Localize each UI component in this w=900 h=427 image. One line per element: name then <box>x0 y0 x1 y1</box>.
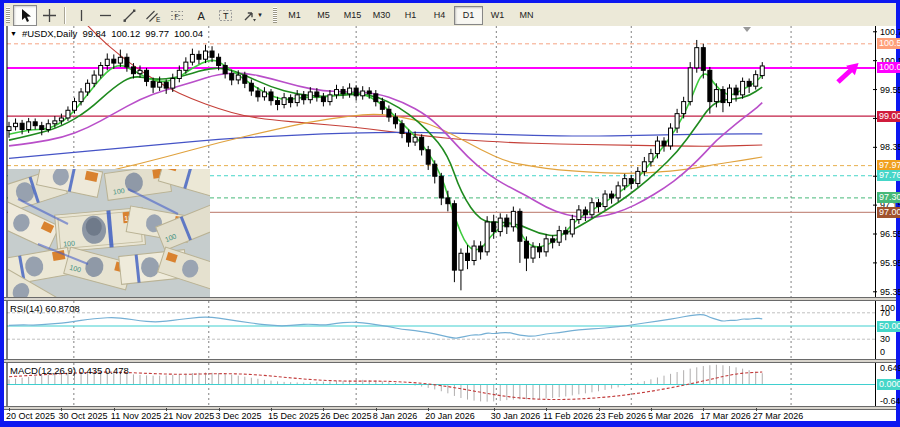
price-tick: 95.95 <box>880 258 900 268</box>
ohlc-high: 100.12 <box>111 28 140 39</box>
dropdown-caret-icon: ▾ <box>258 11 262 19</box>
arrows-tool[interactable]: ▾ <box>237 5 267 26</box>
rsi-pane[interactable]: RSI(14) 60.8708 <box>4 301 878 359</box>
timeframe-h1[interactable]: H1 <box>396 6 425 25</box>
macd-tick: -0.643 <box>880 396 900 406</box>
ohlc-close: 100.04 <box>174 28 203 39</box>
price-level-badge: 97.00 <box>877 207 900 218</box>
time-tick-label: 27 Mar 2026 <box>753 411 804 421</box>
symbol-dropdown-icon[interactable]: ▼ <box>10 30 17 37</box>
svg-text:F: F <box>175 12 179 19</box>
text-tool[interactable]: A <box>189 5 213 26</box>
time-tick-label: 21 Nov 2025 <box>163 411 214 421</box>
price-tick: 100.75 <box>880 27 900 37</box>
price-tick: 96.55 <box>880 229 900 239</box>
symbol-ohlc-line: ▼ #USDX,Daily 99.84 100.12 99.77 100.04 <box>10 28 203 39</box>
price-level-badge: 100.50 <box>877 38 900 49</box>
cursor-tool[interactable] <box>13 5 37 26</box>
time-tick-label: 30 Oct 2025 <box>58 411 107 421</box>
macd-tick: 0.649 <box>880 363 900 373</box>
time-tick-label: 11 Feb 2026 <box>543 411 593 421</box>
timeframe-toolbar-grip[interactable] <box>273 7 277 23</box>
drawing-tools-group: EFAT▾ <box>13 5 267 26</box>
timeframe-m15[interactable]: M15 <box>338 6 367 25</box>
time-tick-label: 8 Jan 2026 <box>373 411 418 421</box>
price-axis[interactable]: 100.75100.1599.5598.9598.3597.7597.1596.… <box>878 26 896 406</box>
time-tick-label: 15 Dec 2025 <box>268 411 319 421</box>
timeframe-mn[interactable]: MN <box>512 6 541 25</box>
time-tick-label: 26 Dec 2025 <box>320 411 371 421</box>
time-tick-label: 17 Mar 2026 <box>700 411 751 421</box>
time-axis[interactable]: 20 Oct 202530 Oct 202511 Nov 202521 Nov … <box>4 410 896 421</box>
price-tick: 95.35 <box>880 287 900 297</box>
toolbar-grip[interactable] <box>6 7 10 23</box>
timeframe-m1[interactable]: M1 <box>280 6 309 25</box>
svg-text:A: A <box>197 9 205 21</box>
rsi-plot[interactable] <box>4 301 878 359</box>
price-tick: 98.35 <box>880 142 900 152</box>
price-level-badge: 50.0000 <box>877 321 900 332</box>
timeframe-m5[interactable]: M5 <box>309 6 338 25</box>
time-tick-label: 20 Oct 2025 <box>6 411 55 421</box>
ohlc-open: 99.84 <box>82 28 106 39</box>
toolbar: EFAT▾ M1M5M15M30H1H4D1W1MN <box>4 3 896 27</box>
time-tick-label: 5 Mar 2026 <box>648 411 694 421</box>
vertical-line-tool[interactable] <box>69 5 93 26</box>
macd-pane[interactable]: MACD(12,26,9) 0.435 0.478 <box>4 363 878 406</box>
time-tick-label: 30 Jan 2026 <box>491 411 541 421</box>
dollar-bills-photo: 100 100100 100 100 <box>8 169 210 297</box>
macd-plot[interactable] <box>4 363 878 406</box>
rsi-tick: 30 <box>880 334 890 344</box>
horizontal-line-tool[interactable] <box>93 5 117 26</box>
timeframe-d1[interactable]: D1 <box>454 6 483 25</box>
svg-text:T: T <box>223 11 229 21</box>
ohlc-low: 99.77 <box>145 28 169 39</box>
symbol-name: #USDX,Daily <box>22 28 77 39</box>
timeframe-h4[interactable]: H4 <box>425 6 454 25</box>
time-tick-label: 3 Dec 2025 <box>216 411 262 421</box>
timeframe-m30[interactable]: M30 <box>367 6 396 25</box>
window-frame: EFAT▾ M1M5M15M30H1H4D1W1MN ▼ #USDX,Daily… <box>0 0 900 427</box>
price-level-badge: 0.000 <box>877 379 900 390</box>
toolbar-separator <box>64 7 66 24</box>
timeframe-w1[interactable]: W1 <box>483 6 512 25</box>
rsi-tick: 70 <box>880 308 890 318</box>
equidistant-channel-tool[interactable]: E <box>141 5 165 26</box>
macd-label: MACD(12,26,9) 0.435 0.478 <box>10 365 129 376</box>
chart-window: ▼ #USDX,Daily 99.84 100.12 99.77 100.04 … <box>4 26 896 421</box>
price-pane[interactable]: ▼ #USDX,Daily 99.84 100.12 99.77 100.04 … <box>4 26 878 297</box>
price-level-badge: 100.00 <box>877 62 900 73</box>
window-content: EFAT▾ M1M5M15M30H1H4D1W1MN ▼ #USDX,Daily… <box>4 3 896 421</box>
text-label-tool[interactable]: T <box>213 5 237 26</box>
fibonacci-tool[interactable]: F <box>165 5 189 26</box>
timeframe-group: M1M5M15M30H1H4D1W1MN <box>280 6 541 25</box>
price-tick: 99.55 <box>880 85 900 95</box>
time-tick-label: 11 Nov 2025 <box>111 411 161 421</box>
trendline-tool[interactable] <box>117 5 141 26</box>
svg-text:E: E <box>156 16 161 23</box>
time-tick-label: 20 Jan 2026 <box>425 411 475 421</box>
crosshair-tool[interactable] <box>37 5 61 26</box>
rsi-tick: 0 <box>880 347 885 357</box>
price-level-badge: 97.30 <box>877 192 900 203</box>
price-level-badge: 97.76 <box>877 170 900 181</box>
time-tick-label: 23 Feb 2026 <box>596 411 647 421</box>
svg-text:100: 100 <box>63 240 75 248</box>
rsi-label: RSI(14) 60.8708 <box>10 303 80 314</box>
price-level-badge: 99.00 <box>877 111 900 122</box>
